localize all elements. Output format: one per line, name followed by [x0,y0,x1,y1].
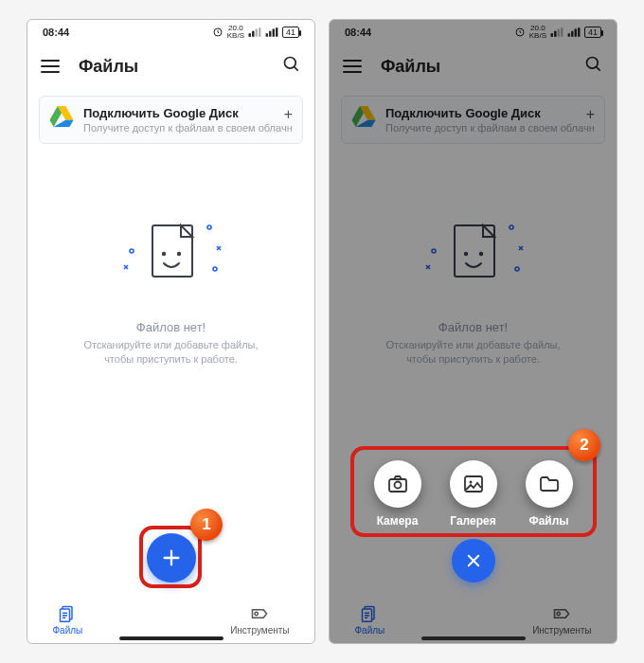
svg-point-4 [285,57,296,68]
nav-tools[interactable]: Инструменты [230,604,289,636]
status-icons: 20.0KB/S 41 [212,25,299,40]
menu-icon[interactable] [41,60,60,73]
action-gallery-label: Галерея [450,514,495,528]
action-camera-label: Камера [377,514,419,528]
action-files-label: Файлы [528,514,568,528]
empty-state: Файлов нет! Отсканируйте или добавьте фа… [27,152,314,590]
gallery-icon [450,460,497,508]
fab-add-button[interactable] [147,533,196,582]
search-icon[interactable] [282,55,301,79]
svg-point-10 [161,252,165,256]
connect-drive-card[interactable]: Подключить Google Диск Получите доступ к… [39,96,303,144]
status-time: 08:44 [43,27,69,38]
screen-1: 08:44 20.0KB/S 41 Файлы Подключить Googl… [27,19,315,644]
svg-point-19 [255,612,258,615]
action-camera[interactable]: Камера [374,460,421,528]
svg-point-8 [213,267,217,271]
svg-line-5 [295,66,298,70]
empty-title: Файлов нет! [136,320,206,334]
folder-icon [526,460,573,508]
home-indicator [421,636,526,640]
screen-2: 08:44 20.0KB/S 41 Файлы Подключить Googl… [329,19,617,644]
svg-point-11 [176,252,180,256]
svg-point-6 [130,249,134,253]
svg-point-41 [469,481,472,484]
empty-subtitle: Отсканируйте или добавьте файлы, чтобы п… [72,338,271,367]
camera-icon [374,460,421,508]
fab-actions: Камера Галерея Файлы [330,460,617,528]
nav-files-label: Файлы [52,625,82,636]
battery-icon: 41 [282,27,299,38]
drive-subtitle: Получите доступ к файлам в своем облачно… [83,122,293,134]
google-drive-icon [49,106,74,131]
step-badge-1: 1 [190,509,223,541]
page-title: Файлы [79,57,138,77]
app-bar: Файлы [27,45,314,88]
home-indicator [119,636,224,640]
svg-rect-40 [465,476,482,492]
svg-point-7 [207,225,211,229]
status-bar: 08:44 20.0KB/S 41 [27,20,314,45]
svg-point-39 [394,482,401,489]
drive-title: Подключить Google Диск [83,106,293,120]
bottom-nav: Файлы Инструменты [27,590,314,643]
step-badge-2: 2 [568,429,600,461]
plus-icon[interactable]: + [284,106,293,123]
action-files[interactable]: Файлы [526,460,573,528]
nav-tools-label: Инструменты [230,625,289,636]
action-gallery[interactable]: Галерея [450,460,497,528]
fab-close-button[interactable] [452,539,495,582]
empty-illustration [115,208,228,307]
nav-files[interactable]: Файлы [52,604,82,636]
